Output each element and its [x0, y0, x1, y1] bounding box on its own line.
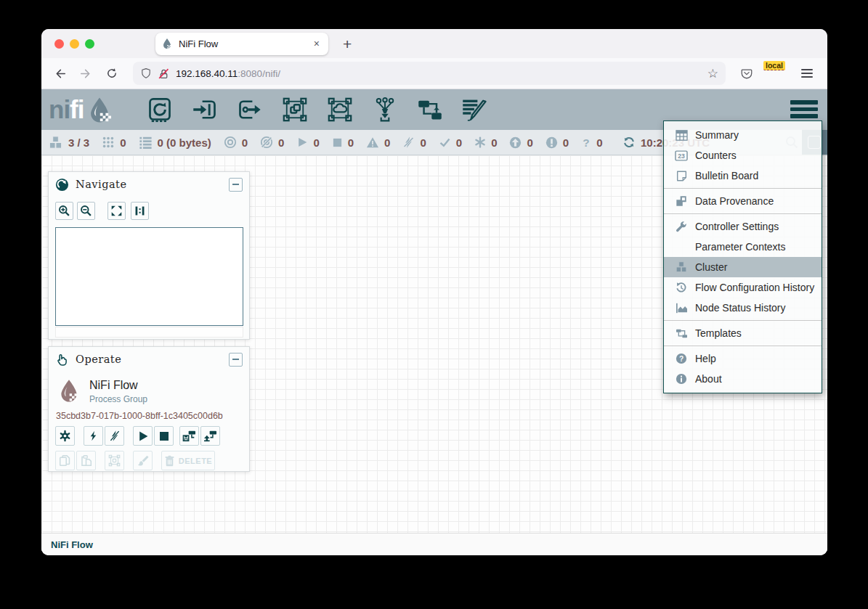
menu-separator	[664, 188, 822, 189]
url-path: :8080/nifi/	[238, 68, 280, 79]
zoom-fit-button[interactable]	[108, 202, 126, 220]
forward-button[interactable]	[75, 62, 97, 84]
forward-arrow-icon	[80, 68, 92, 80]
running-play-icon	[296, 136, 308, 148]
summary-table-icon	[676, 130, 688, 141]
shield-permissions-icon	[140, 68, 152, 79]
navigate-collapse-button[interactable]	[229, 178, 243, 192]
pocket-button[interactable]	[736, 62, 758, 84]
menu-item-help[interactable]: ? Help	[664, 348, 822, 369]
zoom-window-button[interactable]	[85, 39, 94, 49]
delete-label: DELETE	[179, 457, 212, 465]
trash-icon	[164, 455, 175, 467]
group-button[interactable]	[105, 451, 124, 470]
status-stopped: 0	[332, 136, 354, 149]
component-labels: NiFi Flow Process Group	[89, 377, 147, 404]
menu-item-controller-settings[interactable]: Controller Settings	[664, 216, 822, 237]
process-group-drop-icon	[57, 377, 81, 404]
paint-brush-icon	[137, 454, 149, 467]
template-component-icon[interactable]	[415, 95, 445, 124]
status-transmitting: 0	[224, 136, 248, 149]
status-stale: 0	[509, 136, 532, 149]
browser-tab[interactable]: NiFi Flow ×	[155, 33, 328, 55]
operate-collapse-button[interactable]	[229, 353, 243, 367]
svg-text:?: ?	[583, 136, 589, 149]
history-icon	[676, 282, 687, 293]
funnel-component-icon[interactable]	[370, 95, 399, 124]
browser-window: NiFi Flow × + 192.168.40.11	[41, 29, 827, 555]
tab-title: NiFi Flow	[179, 38, 305, 49]
label-component-icon[interactable]	[461, 95, 490, 124]
stop-button[interactable]	[154, 426, 174, 446]
disable-button[interactable]	[105, 426, 124, 446]
menu-item-node-status-history[interactable]: Node Status History	[664, 298, 822, 318]
menu-separator	[664, 213, 822, 214]
up-to-date-count: 0	[456, 136, 462, 149]
status-invalid: 0	[366, 136, 390, 149]
paste-button[interactable]	[76, 451, 96, 470]
copy-icon	[59, 454, 71, 467]
menu-item-templates[interactable]: Templates	[664, 323, 822, 343]
logo-text-ni: ni	[49, 95, 70, 124]
menu-item-parameter-contexts[interactable]: Parameter Contexts	[664, 237, 822, 257]
hand-pointer-icon	[55, 353, 69, 367]
enable-button[interactable]	[84, 426, 103, 446]
global-menu-button[interactable]	[790, 100, 818, 118]
breadcrumb[interactable]: NiFi Flow	[51, 539, 93, 550]
status-locally-modified-stale: 0	[545, 136, 569, 149]
stopped-square-icon	[332, 137, 343, 148]
menu-item-cluster[interactable]: Cluster	[664, 257, 822, 277]
modified-stale-exclamation-icon	[545, 136, 558, 149]
close-window-button[interactable]	[54, 39, 64, 49]
help-question-circle-icon: ?	[676, 353, 687, 364]
global-menu: Summary 23 Counters Bulletin Board	[663, 120, 822, 393]
bookmark-star-icon[interactable]: ☆	[707, 66, 718, 81]
component-name: NiFi Flow	[89, 379, 147, 392]
minimize-window-button[interactable]	[70, 39, 79, 49]
processor-component-icon[interactable]	[145, 95, 174, 124]
component-id: 35cbd3b7-017b-1000-8bff-1c3405c00d6b	[49, 404, 249, 421]
browser-menu-button[interactable]	[794, 63, 820, 83]
menu-item-about[interactable]: About	[664, 369, 822, 389]
birdseye-minimap[interactable]	[55, 227, 243, 326]
profile-avatar[interactable]: local	[766, 64, 785, 83]
zoom-out-icon	[80, 205, 92, 217]
input-port-component-icon[interactable]	[190, 95, 219, 124]
svg-text:23: 23	[678, 152, 685, 159]
start-button[interactable]	[133, 426, 153, 446]
configure-button[interactable]	[55, 426, 75, 446]
back-button[interactable]	[49, 62, 70, 84]
wrench-icon	[676, 221, 687, 232]
new-tab-button[interactable]: +	[337, 35, 357, 53]
menu-item-data-provenance[interactable]: Data Provenance	[664, 191, 822, 211]
reload-icon	[106, 68, 118, 79]
queued-count: 0 (0 bytes)	[158, 136, 211, 149]
nifi-logo-drop-icon	[86, 96, 113, 123]
reload-button[interactable]	[101, 62, 123, 84]
zoom-in-icon	[58, 205, 70, 217]
sync-failure-count: 0	[596, 136, 602, 149]
process-group-component-icon[interactable]	[280, 95, 309, 124]
menu-item-counters[interactable]: 23 Counters	[664, 145, 822, 165]
zoom-out-button[interactable]	[77, 202, 95, 220]
delete-button[interactable]: DELETE	[161, 451, 215, 470]
color-button[interactable]	[133, 451, 153, 470]
component-type: Process Group	[89, 394, 147, 404]
browser-navbar: 192.168.40.11:8080/nifi/ ☆ local	[41, 58, 827, 89]
menu-item-flow-configuration-history[interactable]: Flow Configuration History	[664, 277, 822, 298]
sync-failure-question-icon: ?	[581, 136, 591, 149]
zoom-in-button[interactable]	[55, 202, 73, 220]
upload-template-button[interactable]	[200, 426, 220, 446]
menu-item-bulletin-board[interactable]: Bulletin Board	[664, 165, 822, 186]
zoom-actual-size-button[interactable]	[131, 202, 149, 220]
status-up-to-date: 0	[439, 136, 462, 149]
remote-process-group-component-icon[interactable]	[325, 95, 354, 124]
copy-button[interactable]	[55, 451, 75, 470]
url-bar[interactable]: 192.168.40.11:8080/nifi/ ☆	[133, 62, 726, 85]
output-port-component-icon[interactable]	[235, 95, 264, 124]
start-play-icon	[137, 430, 149, 442]
tab-close-icon[interactable]: ×	[311, 38, 323, 49]
menu-item-summary[interactable]: Summary	[664, 125, 822, 145]
transmitting-icon	[224, 136, 237, 149]
save-template-button[interactable]	[179, 426, 199, 446]
